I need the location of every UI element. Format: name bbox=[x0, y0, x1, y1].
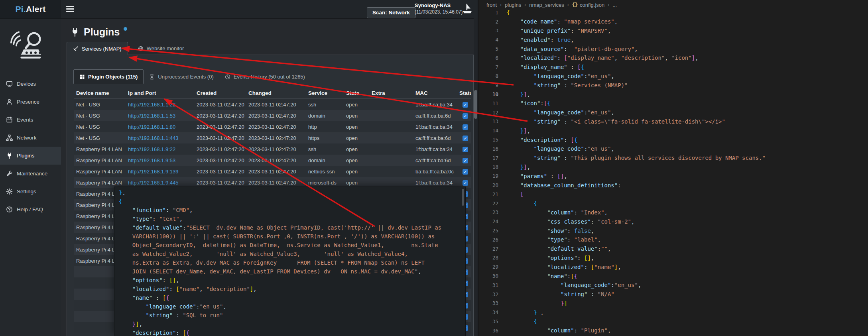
code-line[interactable]: 30 "name":[{ bbox=[478, 271, 868, 281]
sidebar-item-devices[interactable]: Devices bbox=[0, 75, 61, 93]
code-line[interactable]: 4 "enabled": true, bbox=[478, 35, 868, 44]
title-help-dot[interactable] bbox=[124, 27, 127, 31]
ip-port-link[interactable]: http://192.168.1.1:22 bbox=[128, 102, 175, 108]
code-line[interactable]: 17 "string" : "This plugin shows all ser… bbox=[478, 153, 868, 163]
code-line[interactable]: 32 "string" : "N/A" bbox=[478, 290, 868, 299]
code-line[interactable]: 9 "string" : "Services (NMAP)" bbox=[478, 81, 868, 90]
code-line[interactable]: 35 { bbox=[478, 317, 868, 326]
breadcrumb-file[interactable]: {}config.json bbox=[572, 2, 605, 8]
editor-code[interactable]: 1{2 "code_name": "nmap_services",3 "uniq… bbox=[478, 8, 868, 335]
code-line[interactable]: 7 "display_name" : [{ bbox=[478, 63, 868, 72]
column-header-changed[interactable]: Changed bbox=[246, 87, 306, 99]
cell-created: 2023-03-11 02:47:20 bbox=[194, 177, 246, 188]
scrollbar-thumb[interactable] bbox=[474, 90, 477, 119]
code-line[interactable]: 25 "show": false, bbox=[478, 226, 868, 235]
cell-state: open bbox=[344, 132, 369, 143]
code-line[interactable]: 10 }], bbox=[478, 90, 868, 99]
status-checkbox[interactable]: ✓ bbox=[463, 158, 468, 163]
line-number: 4 bbox=[478, 37, 498, 43]
tab-unprocessed-events-0[interactable]: Unprocessed Events (0) bbox=[144, 69, 219, 84]
sidebar-item-presence[interactable]: Presence bbox=[0, 93, 61, 111]
code-line-text: "column": "Index", bbox=[498, 209, 608, 216]
code-line[interactable]: 15 "description": [{ bbox=[478, 135, 868, 144]
status-checkbox[interactable]: ✓ bbox=[463, 136, 468, 141]
breadcrumb-item[interactable]: nmap_services bbox=[529, 2, 564, 8]
sidebar-item-plugins[interactable]: Plugins bbox=[0, 147, 61, 165]
breadcrumb-separator: › bbox=[524, 2, 526, 8]
column-header-service[interactable]: Service bbox=[306, 87, 344, 99]
breadcrumb-item[interactable]: plugins bbox=[505, 2, 521, 8]
status-checkbox[interactable]: ✓ bbox=[463, 102, 468, 108]
status-checkbox[interactable]: ✓ bbox=[463, 147, 468, 152]
ip-port-link[interactable]: http://192.168.1.9:22 bbox=[128, 146, 175, 152]
code-line[interactable]: 5 "data_source": "pialert-db-query", bbox=[478, 44, 868, 53]
code-line[interactable]: 24 "css_classes": "col-sm-2", bbox=[478, 217, 868, 226]
column-header-mac[interactable]: MAC bbox=[413, 87, 459, 99]
column-header-state[interactable]: State bbox=[344, 87, 369, 99]
code-line[interactable]: 26 "type": "label", bbox=[478, 235, 868, 244]
ip-port-link[interactable]: http://192.168.1.9:53 bbox=[128, 157, 175, 163]
tab-label: Events History (50 out of 1265) bbox=[234, 74, 305, 80]
code-line[interactable]: 23 "column": "Index", bbox=[478, 208, 868, 217]
code-line[interactable]: 3 "unique_prefix": "NMAPSRV", bbox=[478, 26, 868, 35]
overlay-code-line: ns.Extra as Extra, dv.dev_MAC as Foreign… bbox=[119, 258, 460, 267]
code-line[interactable]: 28 "options": [], bbox=[478, 253, 868, 263]
code-line[interactable]: 2 "code_name": "nmap_services", bbox=[478, 17, 868, 26]
code-line[interactable]: 29 "localized": ["name"], bbox=[478, 262, 868, 271]
code-line[interactable]: 33 }] bbox=[478, 299, 868, 308]
ip-port-link[interactable]: http://192.168.1.1:443 bbox=[128, 135, 179, 141]
code-line[interactable]: 27 "default_value":"", bbox=[478, 244, 868, 253]
code-line[interactable]: 20 "database_column_definitions": bbox=[478, 181, 868, 190]
sidebar-item-settings[interactable]: Settings bbox=[0, 183, 61, 200]
overlay-code-line: "localized": ["name", "description"], bbox=[119, 285, 460, 293]
tab-services-nmap[interactable]: Services (NMAP) bbox=[67, 42, 128, 55]
sidebar-item-help-faq[interactable]: Help / FAQ bbox=[0, 200, 61, 218]
code-line[interactable]: 8 "language_code":"en_us", bbox=[478, 72, 868, 81]
code-line[interactable]: 34 } , bbox=[478, 308, 868, 317]
overlay-scrollbar-thumb[interactable] bbox=[462, 189, 464, 206]
code-line[interactable]: 11 "icon":[{ bbox=[478, 99, 868, 108]
code-line[interactable]: 14 }], bbox=[478, 126, 868, 135]
sidebar-item-maintenance[interactable]: Maintenance bbox=[0, 165, 61, 183]
code-line[interactable]: 16 "language_code":"en_us", bbox=[478, 144, 868, 153]
column-header-created[interactable]: Created bbox=[194, 87, 246, 99]
menu-toggle-icon[interactable] bbox=[66, 6, 74, 13]
column-header-device-name[interactable]: Device name bbox=[74, 87, 126, 99]
brand-logo[interactable]: Pi.Alert bbox=[0, 0, 61, 18]
line-number: 13 bbox=[478, 118, 498, 124]
cell-status: ✓ bbox=[459, 132, 471, 143]
cell-status: ✓ bbox=[459, 155, 471, 166]
ship-icon[interactable] bbox=[461, 3, 473, 15]
tab-website-monitor[interactable]: Website monitor bbox=[132, 42, 190, 55]
sidebar-item-network[interactable]: Network bbox=[0, 129, 61, 147]
breadcrumb-item[interactable]: front bbox=[486, 2, 497, 8]
ip-port-link[interactable]: http://192.168.1.1:53 bbox=[128, 113, 175, 119]
code-line[interactable]: 12 "language_code":"en_us", bbox=[478, 108, 868, 117]
code-line[interactable]: 6 "localized": ["display_name", "descrip… bbox=[478, 53, 868, 63]
column-header-status[interactable]: Status bbox=[459, 87, 471, 99]
ip-port-link[interactable]: http://192.168.1.1:80 bbox=[128, 124, 175, 130]
status-checkbox[interactable]: ✓ bbox=[463, 169, 468, 175]
code-line[interactable]: 22 { bbox=[478, 199, 868, 208]
code-line[interactable]: 1{ bbox=[478, 8, 868, 17]
code-line[interactable]: 13 "string" : "<i class=\"fa-solid fa-sa… bbox=[478, 117, 868, 126]
breadcrumb-symbol[interactable]: ... bbox=[612, 2, 617, 8]
ip-port-link[interactable]: http://192.168.1.9:445 bbox=[128, 180, 179, 186]
ip-port-link[interactable]: http://192.168.1.9:139 bbox=[128, 169, 179, 175]
code-line[interactable]: 19 "params" : [], bbox=[478, 171, 868, 181]
status-checkbox[interactable]: ✓ bbox=[463, 113, 468, 119]
column-header-extra[interactable]: Extra bbox=[369, 87, 413, 99]
code-line[interactable]: 36 "column": "Plugin", bbox=[478, 326, 868, 335]
status-checkbox[interactable]: ✓ bbox=[463, 124, 468, 130]
code-line[interactable]: 21 [ bbox=[478, 190, 868, 199]
breadcrumb-separator: › bbox=[567, 2, 569, 8]
code-line[interactable]: 18 }], bbox=[478, 163, 868, 172]
tab-events-history-50-out-of-1265[interactable]: Events History (50 out of 1265) bbox=[219, 69, 311, 84]
app-scrollbar[interactable] bbox=[474, 18, 478, 336]
tab-plugin-objects-115[interactable]: Plugin Objects (115) bbox=[73, 69, 144, 84]
sidebar-item-events[interactable]: Events bbox=[0, 111, 61, 129]
status-checkbox[interactable]: ✓ bbox=[463, 180, 468, 186]
column-header-ip-and-port[interactable]: Ip and Port bbox=[126, 87, 194, 99]
code-line[interactable]: 31 "language_code":"en_us", bbox=[478, 281, 868, 290]
cell-state: open bbox=[344, 155, 369, 166]
